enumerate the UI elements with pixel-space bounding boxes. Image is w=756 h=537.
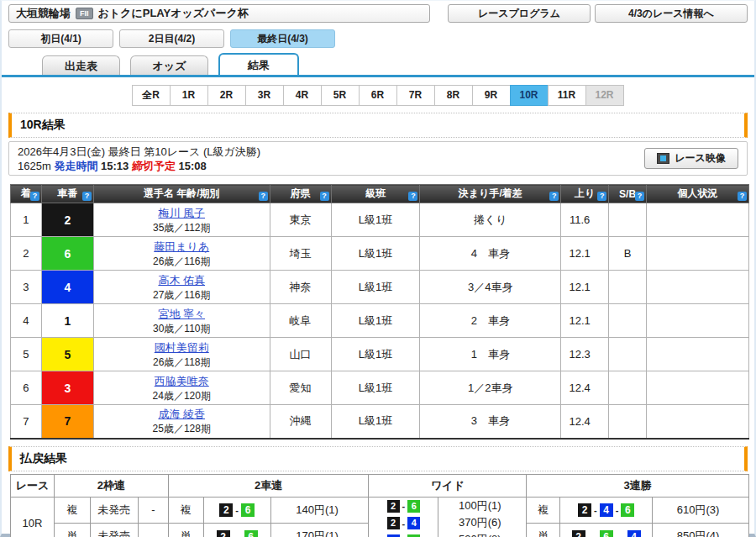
last-lap-cell: 12.3 bbox=[561, 338, 609, 371]
racer-name-link[interactable]: 西脇美唯奈 bbox=[155, 375, 209, 387]
racer-age: 26歳／116期 bbox=[101, 255, 263, 268]
bike-number-cell: 4 bbox=[41, 271, 93, 304]
racer-name-link[interactable]: 成海 綾香 bbox=[158, 408, 205, 420]
status-cell bbox=[647, 271, 749, 304]
last-lap-cell: 12.4 bbox=[561, 405, 609, 439]
sanren-fuku-pay: 610円(3) bbox=[653, 497, 749, 524]
racer-name-link[interactable]: 高木 佑真 bbox=[158, 274, 205, 287]
payout-col-waku2: 2枠連 bbox=[54, 474, 168, 497]
result-row: 7 7 成海 綾香 25歳／128期 沖縄 L級1班 3 車身 12.4 bbox=[11, 405, 749, 439]
sb-cell bbox=[609, 338, 647, 371]
start-time-value: 15:13 bbox=[101, 160, 129, 172]
race-video-button[interactable]: レース映像 bbox=[644, 148, 738, 169]
waku2-fuku-label: 複 bbox=[54, 497, 90, 524]
class-cell: L級1班 bbox=[331, 237, 420, 271]
view-tabs: 出走表 オッズ 結果 bbox=[2, 53, 754, 77]
payout-col-wide: ワイド bbox=[369, 474, 527, 497]
day-tab-2[interactable]: 2日目(4/2) bbox=[119, 29, 224, 48]
racer-age: 26歳／118期 bbox=[101, 355, 263, 369]
racer-cell: 梅川 風子 35歳／112期 bbox=[93, 203, 270, 237]
bike-chip: 2 bbox=[578, 503, 591, 517]
rank-cell: 4 bbox=[11, 304, 42, 338]
day-info-button[interactable]: 4/3のレース情報へ bbox=[595, 4, 748, 23]
racer-name-link[interactable]: 宮地 寧々 bbox=[158, 308, 205, 320]
racer-age: 27歳／116期 bbox=[101, 288, 263, 302]
day-tab-final[interactable]: 最終日(4/3) bbox=[230, 29, 335, 48]
race-tab-6r[interactable]: 6R bbox=[359, 85, 397, 106]
rank-cell: 6 bbox=[11, 371, 42, 405]
combo-separator: → bbox=[233, 532, 242, 537]
help-icon[interactable]: ? bbox=[635, 192, 644, 201]
race-tab-1r[interactable]: 1R bbox=[170, 85, 208, 106]
col-sb: S/B? bbox=[609, 185, 647, 203]
race-tab-5r[interactable]: 5R bbox=[321, 85, 360, 106]
col-prefecture: 府県? bbox=[270, 185, 331, 203]
class-cell: L級1班 bbox=[331, 405, 420, 439]
result-row: 5 5 國村美留莉 26歳／118期 山口 L級1班 1 車身 12.3 bbox=[11, 338, 749, 371]
status-cell bbox=[647, 371, 749, 405]
tab-results[interactable]: 結果 bbox=[218, 53, 299, 75]
wide-pay: 100円(1) bbox=[438, 498, 521, 514]
race-tab-all[interactable]: 全R bbox=[132, 85, 171, 106]
prefecture-cell: 埼玉 bbox=[270, 237, 331, 271]
help-icon[interactable]: ? bbox=[320, 192, 329, 201]
waku2-fuku-value: 未発売 bbox=[90, 497, 138, 524]
margin-cell: 1／2車身 bbox=[420, 371, 561, 405]
prefecture-cell: 岐阜 bbox=[270, 304, 331, 338]
wide-combo: 2-6 bbox=[369, 498, 438, 515]
prefecture-cell: 沖縄 bbox=[270, 405, 331, 439]
last-lap-cell: 12.1 bbox=[561, 304, 609, 338]
rank-cell: 2 bbox=[11, 237, 42, 271]
payout-table: レース 2枠連 2車連 ワイド 3連勝 10R 複 未発売 - 複 2-6 14… bbox=[10, 474, 749, 537]
help-icon[interactable]: ? bbox=[597, 192, 606, 201]
day-tabs: 初日(4/1) 2日目(4/2) 最終日(4/3) bbox=[8, 29, 748, 48]
racer-name-link[interactable]: 梅川 風子 bbox=[158, 207, 205, 219]
race-tab-10r[interactable]: 10R bbox=[510, 85, 549, 106]
help-icon[interactable]: ? bbox=[408, 192, 417, 201]
prefecture-cell: 山口 bbox=[270, 338, 331, 371]
sanren-fuku-combo: 2-4-6 bbox=[560, 497, 653, 524]
wide-combo: 2-4 bbox=[369, 514, 438, 532]
sha2-fuku-combo: 2-6 bbox=[203, 497, 270, 524]
help-icon[interactable]: ? bbox=[549, 192, 559, 201]
race-tab-11r[interactable]: 11R bbox=[548, 85, 586, 106]
race-tab-8r[interactable]: 8R bbox=[434, 85, 473, 106]
race-title-box: 大垣競輪場 FII おトクにPLAYオッズパーク杯 bbox=[8, 4, 430, 23]
class-cell: L級1班 bbox=[331, 271, 420, 304]
col-margin: 決まり手/着差? bbox=[420, 185, 561, 203]
racer-name-link[interactable]: 藤田まりあ bbox=[154, 240, 209, 253]
race-tab-2r[interactable]: 2R bbox=[207, 85, 246, 106]
results-table: 着? 車番? 選手名 年齢/期別? 府県? 級班? 決まり手/着差? 上り? S… bbox=[10, 184, 749, 440]
wide-combo: 4-6 bbox=[369, 532, 438, 537]
last-lap-cell: 11.6 bbox=[561, 203, 609, 237]
sanren-tan-label: 単 bbox=[527, 524, 560, 537]
bike-chip: 2 bbox=[219, 503, 233, 517]
race-program-button[interactable]: レースプログラム bbox=[448, 4, 591, 23]
racer-name-link[interactable]: 國村美留莉 bbox=[155, 341, 209, 354]
prefecture-cell: 愛知 bbox=[270, 371, 331, 405]
help-icon[interactable]: ? bbox=[259, 192, 268, 201]
tab-start-list[interactable]: 出走表 bbox=[42, 55, 120, 75]
racer-cell: 國村美留莉 26歳／118期 bbox=[93, 338, 270, 371]
race-tab-3r[interactable]: 3R bbox=[245, 85, 284, 106]
help-icon[interactable]: ? bbox=[82, 192, 92, 201]
sanren-tan-pay: 850円(4) bbox=[653, 524, 749, 537]
prefecture-cell: 神奈 bbox=[270, 271, 331, 304]
margin-cell: 2 車身 bbox=[420, 304, 561, 338]
grade-badge: FII bbox=[76, 8, 93, 19]
help-icon[interactable]: ? bbox=[30, 192, 39, 201]
sb-cell: B bbox=[609, 237, 647, 271]
help-icon[interactable]: ? bbox=[738, 192, 747, 201]
combo-separator: - bbox=[616, 505, 619, 515]
day-tab-1[interactable]: 初日(4/1) bbox=[8, 29, 113, 48]
racer-cell: 成海 綾香 25歳／128期 bbox=[93, 405, 270, 439]
margin-cell: 4 車身 bbox=[420, 237, 561, 271]
race-tab-7r[interactable]: 7R bbox=[396, 85, 435, 106]
bike-chip: 6 bbox=[241, 503, 255, 517]
bike-chip: 2 bbox=[387, 517, 400, 529]
race-tab-9r[interactable]: 9R bbox=[472, 85, 511, 106]
race-tab-4r[interactable]: 4R bbox=[283, 85, 322, 106]
tab-odds[interactable]: オッズ bbox=[130, 55, 208, 75]
waku2-tan-value: 未発売 bbox=[90, 524, 138, 537]
bike-chip: 2 bbox=[217, 530, 230, 537]
